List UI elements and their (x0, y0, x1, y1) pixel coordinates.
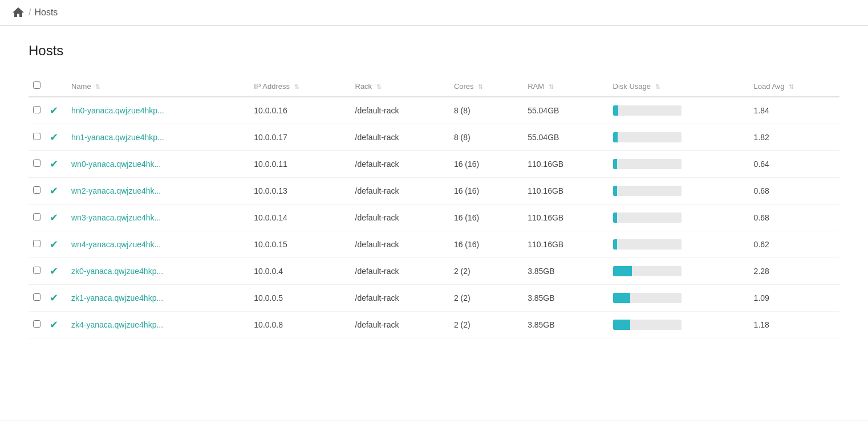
row-disk-cell (606, 97, 747, 124)
row-checkbox[interactable] (33, 106, 40, 113)
row-status-cell: ✔ (47, 285, 64, 312)
load-header[interactable]: Load Avg ⇅ (747, 76, 839, 97)
row-name-cell: hn0-yanaca.qwjzue4hkp... (64, 97, 247, 124)
host-link[interactable]: zk1-yanaca.qwjzue4hkp... (71, 293, 163, 303)
row-checkbox-cell (29, 178, 47, 205)
status-ok-icon: ✔ (50, 265, 58, 277)
row-checkbox-cell (29, 124, 47, 151)
row-checkbox-cell (29, 97, 47, 124)
row-name-cell: wn4-yanaca.qwjzue4hk... (64, 231, 247, 258)
table-row: ✔ zk0-yanaca.qwjzue4hkp... 10.0.0.4 /def… (29, 258, 839, 285)
row-load-cell: 2.28 (747, 258, 839, 285)
row-ram-cell: 110.16GB (521, 231, 606, 258)
row-checkbox[interactable] (33, 267, 40, 274)
row-name-cell: hn1-yanaca.qwjzue4hkp... (64, 124, 247, 151)
row-ip-cell: 10.0.0.16 (247, 97, 348, 124)
row-status-cell: ✔ (47, 178, 64, 205)
status-ok-icon: ✔ (50, 212, 58, 223)
row-name-cell: wn2-yanaca.qwjzue4hk... (64, 178, 247, 205)
status-ok-icon: ✔ (50, 292, 58, 304)
row-cores-cell: 16 (16) (447, 205, 521, 231)
row-status-cell: ✔ (47, 151, 64, 178)
rack-sort-icon: ⇅ (376, 83, 382, 91)
row-disk-cell (606, 312, 747, 338)
disk-bar-fill (613, 105, 619, 116)
row-disk-cell (606, 124, 747, 151)
row-checkbox[interactable] (33, 213, 40, 220)
hosts-table: Name ⇅ IP Address ⇅ Rack ⇅ Cores ⇅ RAM (29, 76, 839, 338)
select-all-checkbox[interactable] (33, 81, 40, 89)
row-checkbox[interactable] (33, 186, 40, 194)
row-rack-cell: /default-rack (348, 151, 447, 178)
row-load-cell: 0.62 (747, 231, 839, 258)
row-load-cell: 1.82 (747, 124, 839, 151)
disk-bar-fill (613, 320, 630, 330)
row-name-cell: wn3-yanaca.qwjzue4hk... (64, 205, 247, 231)
status-ok-icon: ✔ (50, 239, 58, 250)
disk-bar-fill (613, 239, 617, 250)
row-ip-cell: 10.0.0.5 (247, 285, 348, 312)
disk-bar-container (613, 239, 682, 250)
host-link[interactable]: wn2-yanaca.qwjzue4hk... (71, 186, 161, 195)
row-ip-cell: 10.0.0.15 (247, 231, 348, 258)
row-cores-cell: 8 (8) (447, 97, 521, 124)
row-checkbox[interactable] (33, 240, 40, 247)
disk-bar-container (613, 132, 682, 142)
host-link[interactable]: hn0-yanaca.qwjzue4hkp... (71, 106, 164, 115)
table-row: ✔ wn0-yanaca.qwjzue4hk... 10.0.0.11 /def… (29, 151, 839, 178)
row-rack-cell: /default-rack (348, 124, 447, 151)
row-ram-cell: 110.16GB (521, 151, 606, 178)
load-sort-icon: ⇅ (789, 83, 794, 91)
disk-bar-fill (613, 293, 630, 303)
row-status-cell: ✔ (47, 205, 64, 231)
row-status-cell: ✔ (47, 124, 64, 151)
row-checkbox[interactable] (33, 320, 40, 328)
table-row: ✔ hn1-yanaca.qwjzue4hkp... 10.0.0.17 /de… (29, 124, 839, 151)
row-rack-cell: /default-rack (348, 97, 447, 124)
row-ram-cell: 3.85GB (521, 258, 606, 285)
row-status-cell: ✔ (47, 97, 64, 124)
disk-sort-icon: ⇅ (655, 83, 660, 91)
row-checkbox[interactable] (33, 293, 40, 301)
ram-header[interactable]: RAM ⇅ (521, 76, 606, 97)
host-link[interactable]: wn4-yanaca.qwjzue4hk... (71, 240, 161, 249)
row-checkbox-cell (29, 205, 47, 231)
host-link[interactable]: zk0-yanaca.qwjzue4hkp... (71, 267, 163, 276)
ip-header[interactable]: IP Address ⇅ (247, 76, 348, 97)
row-load-cell: 0.68 (747, 205, 839, 231)
host-link[interactable]: wn3-yanaca.qwjzue4hk... (71, 213, 161, 222)
row-disk-cell (606, 231, 747, 258)
page-content: Hosts Name ⇅ IP Address ⇅ Rack ⇅ (0, 26, 868, 420)
table-row: ✔ zk1-yanaca.qwjzue4hkp... 10.0.0.5 /def… (29, 285, 839, 312)
disk-bar-container (613, 293, 682, 303)
host-link[interactable]: zk4-yanaca.qwjzue4hkp... (71, 320, 163, 329)
disk-header[interactable]: Disk Usage ⇅ (606, 76, 747, 97)
row-ip-cell: 10.0.0.11 (247, 151, 348, 178)
host-link[interactable]: hn1-yanaca.qwjzue4hkp... (71, 133, 164, 142)
row-ip-cell: 10.0.0.17 (247, 124, 348, 151)
row-ram-cell: 3.85GB (521, 285, 606, 312)
row-disk-cell (606, 151, 747, 178)
row-load-cell: 1.18 (747, 312, 839, 338)
row-rack-cell: /default-rack (348, 178, 447, 205)
table-row: ✔ hn0-yanaca.qwjzue4hkp... 10.0.0.16 /de… (29, 97, 839, 124)
rack-header[interactable]: Rack ⇅ (348, 76, 447, 97)
disk-bar-container (613, 320, 682, 330)
row-ip-cell: 10.0.0.8 (247, 312, 348, 338)
row-ram-cell: 110.16GB (521, 205, 606, 231)
disk-bar-fill (613, 212, 617, 223)
row-status-cell: ✔ (47, 258, 64, 285)
row-disk-cell (606, 178, 747, 205)
status-ok-icon: ✔ (50, 132, 58, 143)
breadcrumb-current: Hosts (34, 7, 58, 18)
cores-header[interactable]: Cores ⇅ (447, 76, 521, 97)
home-icon[interactable] (11, 6, 25, 19)
row-rack-cell: /default-rack (348, 312, 447, 338)
table-row: ✔ zk4-yanaca.qwjzue4hkp... 10.0.0.8 /def… (29, 312, 839, 338)
row-load-cell: 0.64 (747, 151, 839, 178)
row-checkbox[interactable] (33, 160, 40, 167)
disk-bar-container (613, 212, 682, 223)
row-checkbox[interactable] (33, 133, 40, 140)
host-link[interactable]: wn0-yanaca.qwjzue4hk... (71, 160, 161, 169)
name-header[interactable]: Name ⇅ (64, 76, 247, 97)
